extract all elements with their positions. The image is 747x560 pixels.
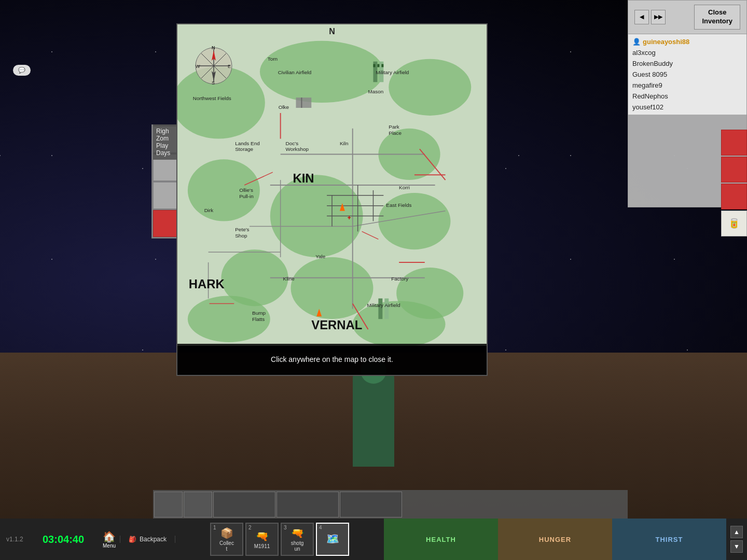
backpack-label: Backpack	[140, 536, 167, 543]
panel-back-button[interactable]: ◀	[634, 10, 649, 24]
svg-rect-32	[381, 64, 383, 67]
map-container[interactable]: + Torn Northwest Fields Civilian Airfiel…	[177, 24, 487, 346]
svg-text:Shop: Shop	[235, 233, 247, 239]
inv-item-3[interactable]	[721, 184, 747, 209]
north-label: N	[329, 27, 335, 36]
inv-bottom-item-wide[interactable]	[213, 492, 275, 517]
svg-text:Pete's: Pete's	[235, 227, 249, 232]
thirst-bar: THIRST	[612, 519, 726, 560]
svg-text:Olke: Olke	[279, 104, 289, 110]
player-item[interactable]: Guest 8095	[632, 69, 742, 80]
svg-text:Lands End: Lands End	[235, 141, 259, 146]
backpack-icon: 🎒	[129, 536, 136, 543]
hunger-label: HUNGER	[539, 536, 571, 543]
status-bars: HEALTH HUNGER THIRST	[384, 519, 726, 560]
inventory-header: ◀ ▶▶ Close Inventory	[628, 1, 746, 34]
map-close-hint: Click anywhere on the map to close it.	[177, 344, 487, 375]
inv-bottom-item-wide[interactable]	[276, 492, 339, 517]
svg-rect-33	[378, 299, 382, 319]
svg-rect-31	[377, 64, 379, 67]
svg-text:Pull-in: Pull-in	[239, 193, 254, 199]
svg-text:Doc's: Doc's	[286, 141, 299, 146]
hotbar-slot-3[interactable]: 3 🔫 shotgun	[281, 523, 314, 556]
scroll-down-button[interactable]: ▼	[730, 540, 743, 553]
player-item[interactable]: 👤 guineayoshi88	[632, 36, 742, 47]
svg-text:W: W	[196, 64, 200, 69]
svg-text:Dirk: Dirk	[204, 207, 214, 213]
player-item[interactable]: RedNephos	[632, 91, 742, 102]
svg-text:Factory: Factory	[391, 276, 408, 282]
menu-button[interactable]: 🏠 Menu	[99, 530, 120, 549]
hotbar-num-4: 4	[319, 525, 322, 530]
backpack-button[interactable]: 🎒 Backpack	[120, 536, 175, 543]
svg-rect-30	[373, 64, 375, 67]
scroll-controls: ▲ ▼	[726, 526, 747, 553]
player-item[interactable]: yousef102	[632, 102, 742, 113]
bottom-inventory-row	[153, 490, 628, 519]
hunger-bar: HUNGER	[498, 519, 612, 560]
svg-text:Place: Place	[389, 130, 402, 136]
hotbar: 1 📦 Collect 2 🔫 M1911 3 🔫 shotgun 4 🗺️	[175, 523, 384, 556]
hotbar-icon-3: 🔫	[291, 527, 304, 539]
panel-forward-button[interactable]: ▶▶	[651, 10, 666, 24]
health-label: HEALTH	[426, 536, 456, 543]
stat-right: Righ	[156, 128, 178, 135]
home-icon: 🏠	[103, 530, 116, 543]
player-item[interactable]: megafire9	[632, 80, 742, 91]
inv-bottom-item-wide[interactable]	[340, 492, 402, 517]
health-bar: HEALTH	[384, 519, 498, 560]
speech-bubble: 💬	[13, 65, 31, 76]
hotbar-icon-4: 🗺️	[326, 533, 339, 545]
svg-text:+: +	[348, 214, 351, 221]
svg-text:N: N	[212, 45, 215, 50]
svg-text:S: S	[212, 80, 215, 86]
bottom-hud: v1.1.2 03:04:40 🏠 Menu 🎒 Backpack 1 📦 Co…	[0, 519, 747, 560]
hotbar-label-3: shotgun	[291, 540, 303, 552]
stat-player: Play	[156, 142, 178, 149]
player-character	[353, 373, 394, 467]
svg-text:HARK: HARK	[189, 277, 225, 291]
inv-bottom-item[interactable]	[154, 492, 183, 517]
map-overlay[interactable]: N	[176, 23, 488, 376]
svg-text:Korri: Korri	[399, 185, 410, 190]
svg-text:Yale: Yale	[315, 254, 326, 259]
panel-icons: ◀ ▶▶	[634, 10, 666, 24]
hotbar-slot-2[interactable]: 2 🔫 M1911	[245, 523, 279, 556]
game-timer: 03:04:40	[36, 534, 99, 545]
svg-point-3	[389, 59, 471, 116]
svg-text:VERNAL: VERNAL	[311, 318, 362, 332]
inv-bottom-item[interactable]	[184, 492, 212, 517]
svg-rect-36	[301, 97, 302, 108]
inv-item-1[interactable]	[721, 130, 747, 156]
close-inventory-button[interactable]: Close Inventory	[694, 5, 740, 30]
right-inventory-items: 🥫	[721, 130, 747, 236]
hotbar-slot-1[interactable]: 1 📦 Collect	[210, 523, 243, 556]
compass: N S W E	[193, 45, 234, 87]
player-item[interactable]: BrokenBuddy	[632, 58, 742, 69]
hotbar-num-2: 2	[248, 525, 252, 530]
svg-text:Torn: Torn	[268, 56, 278, 62]
svg-point-9	[291, 257, 374, 319]
thirst-label: THIRST	[656, 536, 683, 543]
svg-text:Ollie's: Ollie's	[239, 187, 253, 193]
svg-text:E: E	[228, 64, 231, 69]
player-item[interactable]: al3xcog	[632, 47, 742, 58]
svg-text:Storage: Storage	[235, 146, 253, 152]
inv-item-2[interactable]	[721, 157, 747, 183]
svg-point-7	[378, 193, 450, 249]
hotbar-slot-4[interactable]: 4 🗺️	[316, 523, 349, 556]
menu-label: Menu	[103, 543, 116, 549]
svg-text:Mason: Mason	[368, 89, 384, 94]
svg-text:Workshop: Workshop	[286, 146, 309, 152]
svg-text:Military Airfield: Military Airfield	[376, 69, 409, 75]
hotbar-num-3: 3	[284, 525, 287, 530]
svg-text:Flatts: Flatts	[252, 316, 265, 322]
svg-text:Kiln: Kiln	[340, 141, 349, 146]
svg-rect-35	[296, 97, 311, 108]
stat-zombie: Zom	[156, 135, 178, 142]
version-label: v1.1.2	[0, 536, 36, 543]
svg-text:Military Airfield: Military Airfield	[367, 302, 400, 308]
inv-item-can[interactable]: 🥫	[721, 211, 747, 236]
svg-text:East Fields: East Fields	[386, 202, 411, 208]
scroll-up-button[interactable]: ▲	[730, 526, 743, 538]
